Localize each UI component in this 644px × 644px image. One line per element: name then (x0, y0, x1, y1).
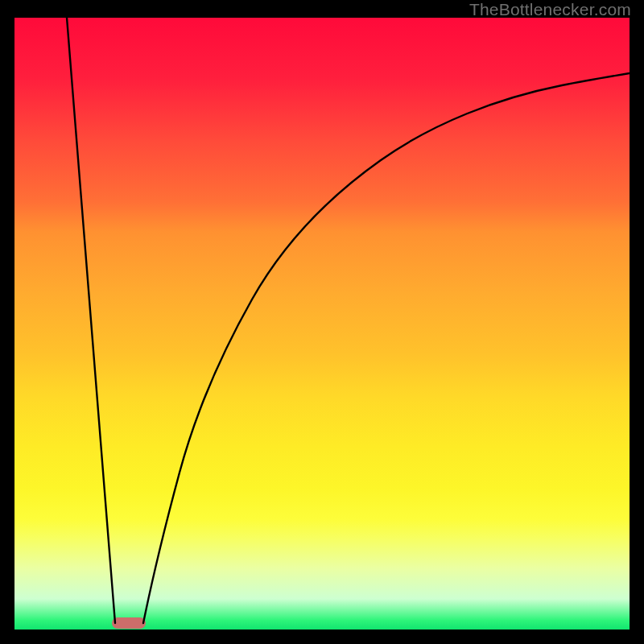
min-point-marker (112, 617, 146, 629)
chart-frame (14, 18, 630, 630)
watermark-text: TheBottleneсker.com (469, 0, 631, 19)
gradient-background (14, 18, 630, 630)
